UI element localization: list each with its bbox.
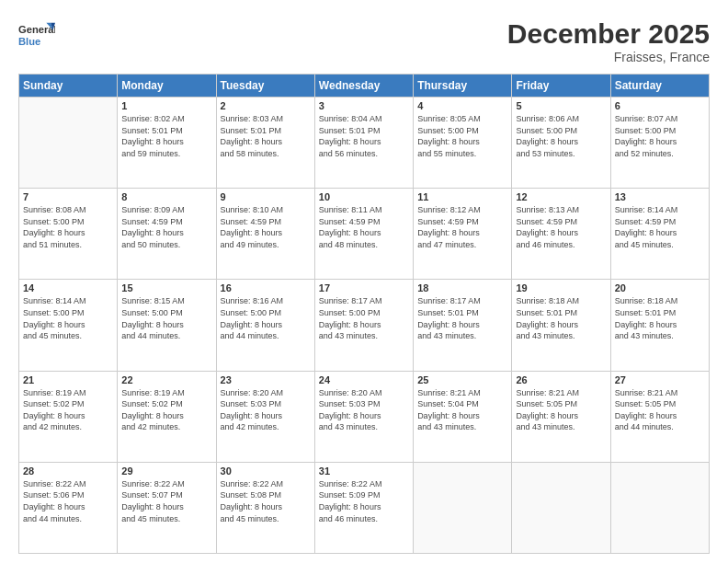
day-number: 15 [121, 282, 211, 293]
calendar-header-monday: Monday [118, 75, 216, 98]
day-info: Sunrise: 8:21 AMSunset: 5:05 PMDaylight:… [615, 387, 705, 433]
calendar-cell: 23Sunrise: 8:20 AMSunset: 5:03 PMDayligh… [216, 371, 314, 462]
day-number: 1 [121, 100, 211, 111]
calendar-cell: 4Sunrise: 8:05 AMSunset: 5:00 PMDaylight… [414, 98, 512, 189]
svg-text:Blue: Blue [18, 36, 40, 47]
day-number: 23 [221, 374, 311, 385]
calendar-cell: 2Sunrise: 8:03 AMSunset: 5:01 PMDaylight… [216, 98, 314, 189]
day-info: Sunrise: 8:19 AMSunset: 5:02 PMDaylight:… [121, 387, 211, 433]
logo: General Blue [18, 18, 55, 51]
day-number: 24 [319, 374, 409, 385]
day-number: 6 [615, 100, 705, 111]
day-info: Sunrise: 8:17 AMSunset: 5:00 PMDaylight:… [319, 295, 409, 341]
calendar-week-4: 21Sunrise: 8:19 AMSunset: 5:02 PMDayligh… [19, 371, 710, 462]
day-info: Sunrise: 8:15 AMSunset: 5:00 PMDaylight:… [121, 295, 211, 341]
calendar-cell: 7Sunrise: 8:08 AMSunset: 5:00 PMDaylight… [19, 189, 118, 280]
calendar-cell: 30Sunrise: 8:22 AMSunset: 5:08 PMDayligh… [216, 462, 314, 553]
calendar-cell: 21Sunrise: 8:19 AMSunset: 5:02 PMDayligh… [19, 371, 118, 462]
calendar-cell: 6Sunrise: 8:07 AMSunset: 5:00 PMDaylight… [610, 98, 709, 189]
calendar-cell: 18Sunrise: 8:17 AMSunset: 5:01 PMDayligh… [414, 280, 512, 371]
calendar-cell: 8Sunrise: 8:09 AMSunset: 4:59 PMDaylight… [118, 189, 216, 280]
month-title: December 2025 [507, 18, 710, 50]
calendar-header-thursday: Thursday [414, 75, 512, 98]
calendar-cell: 1Sunrise: 8:02 AMSunset: 5:01 PMDaylight… [118, 98, 216, 189]
day-number: 22 [121, 374, 211, 385]
day-info: Sunrise: 8:14 AMSunset: 5:00 PMDaylight:… [23, 295, 113, 341]
day-info: Sunrise: 8:17 AMSunset: 5:01 PMDaylight:… [417, 295, 507, 341]
calendar-cell: 3Sunrise: 8:04 AMSunset: 5:01 PMDaylight… [314, 98, 413, 189]
day-info: Sunrise: 8:05 AMSunset: 5:00 PMDaylight:… [417, 113, 507, 159]
calendar-cell: 22Sunrise: 8:19 AMSunset: 5:02 PMDayligh… [118, 371, 216, 462]
day-info: Sunrise: 8:04 AMSunset: 5:01 PMDaylight:… [319, 113, 409, 159]
day-info: Sunrise: 8:22 AMSunset: 5:09 PMDaylight:… [319, 478, 409, 524]
calendar-cell [610, 462, 709, 553]
day-info: Sunrise: 8:19 AMSunset: 5:02 PMDaylight:… [23, 387, 113, 433]
day-number: 21 [23, 374, 113, 385]
day-info: Sunrise: 8:16 AMSunset: 5:00 PMDaylight:… [221, 295, 311, 341]
day-info: Sunrise: 8:21 AMSunset: 5:05 PMDaylight:… [516, 387, 606, 433]
day-number: 31 [319, 465, 409, 477]
day-number: 11 [417, 191, 507, 202]
day-number: 9 [221, 191, 311, 202]
calendar-cell [19, 98, 118, 189]
calendar-cell [512, 462, 610, 553]
day-info: Sunrise: 8:20 AMSunset: 5:03 PMDaylight:… [221, 387, 311, 433]
title-section: December 2025 Fraisses, France [507, 18, 710, 64]
calendar-cell: 24Sunrise: 8:20 AMSunset: 5:03 PMDayligh… [314, 371, 413, 462]
calendar-cell: 16Sunrise: 8:16 AMSunset: 5:00 PMDayligh… [216, 280, 314, 371]
day-number: 18 [417, 282, 507, 293]
calendar-table: SundayMondayTuesdayWednesdayThursdayFrid… [18, 74, 710, 554]
location: Fraisses, France [507, 50, 710, 64]
day-number: 17 [319, 282, 409, 293]
day-info: Sunrise: 8:14 AMSunset: 4:59 PMDaylight:… [615, 204, 705, 250]
day-number: 20 [615, 282, 705, 293]
day-number: 14 [23, 282, 113, 293]
calendar-week-5: 28Sunrise: 8:22 AMSunset: 5:06 PMDayligh… [19, 462, 710, 553]
calendar-cell: 27Sunrise: 8:21 AMSunset: 5:05 PMDayligh… [610, 371, 709, 462]
day-info: Sunrise: 8:21 AMSunset: 5:04 PMDaylight:… [417, 387, 507, 433]
page: General Blue December 2025 Fraisses, Fra… [0, 0, 728, 563]
calendar-week-2: 7Sunrise: 8:08 AMSunset: 5:00 PMDaylight… [19, 189, 710, 280]
calendar-cell: 17Sunrise: 8:17 AMSunset: 5:00 PMDayligh… [314, 280, 413, 371]
calendar-cell: 11Sunrise: 8:12 AMSunset: 4:59 PMDayligh… [414, 189, 512, 280]
calendar-cell: 5Sunrise: 8:06 AMSunset: 5:00 PMDaylight… [512, 98, 610, 189]
calendar-header-wednesday: Wednesday [314, 75, 413, 98]
day-info: Sunrise: 8:10 AMSunset: 4:59 PMDaylight:… [221, 204, 311, 250]
day-number: 4 [417, 100, 507, 111]
day-number: 13 [615, 191, 705, 202]
day-info: Sunrise: 8:07 AMSunset: 5:00 PMDaylight:… [615, 113, 705, 159]
calendar-header-tuesday: Tuesday [216, 75, 314, 98]
day-number: 27 [615, 374, 705, 385]
day-number: 8 [121, 191, 211, 202]
day-number: 19 [516, 282, 606, 293]
day-number: 7 [23, 191, 113, 202]
day-info: Sunrise: 8:11 AMSunset: 4:59 PMDaylight:… [319, 204, 409, 250]
calendar-cell: 26Sunrise: 8:21 AMSunset: 5:05 PMDayligh… [512, 371, 610, 462]
logo-icon: General Blue [18, 18, 55, 51]
calendar-cell: 10Sunrise: 8:11 AMSunset: 4:59 PMDayligh… [314, 189, 413, 280]
day-info: Sunrise: 8:22 AMSunset: 5:06 PMDaylight:… [23, 478, 113, 524]
day-number: 2 [221, 100, 311, 111]
day-info: Sunrise: 8:20 AMSunset: 5:03 PMDaylight:… [319, 387, 409, 433]
calendar-week-1: 1Sunrise: 8:02 AMSunset: 5:01 PMDaylight… [19, 98, 710, 189]
calendar-cell: 9Sunrise: 8:10 AMSunset: 4:59 PMDaylight… [216, 189, 314, 280]
calendar-cell: 28Sunrise: 8:22 AMSunset: 5:06 PMDayligh… [19, 462, 118, 553]
calendar-cell: 14Sunrise: 8:14 AMSunset: 5:00 PMDayligh… [19, 280, 118, 371]
header: General Blue December 2025 Fraisses, Fra… [18, 18, 710, 64]
calendar-header-friday: Friday [512, 75, 610, 98]
day-info: Sunrise: 8:06 AMSunset: 5:00 PMDaylight:… [516, 113, 606, 159]
day-info: Sunrise: 8:08 AMSunset: 5:00 PMDaylight:… [23, 204, 113, 250]
day-info: Sunrise: 8:22 AMSunset: 5:08 PMDaylight:… [221, 478, 311, 524]
calendar-header-saturday: Saturday [610, 75, 709, 98]
calendar-cell: 25Sunrise: 8:21 AMSunset: 5:04 PMDayligh… [414, 371, 512, 462]
calendar-cell: 20Sunrise: 8:18 AMSunset: 5:01 PMDayligh… [610, 280, 709, 371]
day-number: 12 [516, 191, 606, 202]
day-info: Sunrise: 8:03 AMSunset: 5:01 PMDaylight:… [221, 113, 311, 159]
day-info: Sunrise: 8:12 AMSunset: 4:59 PMDaylight:… [417, 204, 507, 250]
calendar-cell [414, 462, 512, 553]
day-info: Sunrise: 8:02 AMSunset: 5:01 PMDaylight:… [121, 113, 211, 159]
day-info: Sunrise: 8:22 AMSunset: 5:07 PMDaylight:… [121, 478, 211, 524]
calendar-cell: 13Sunrise: 8:14 AMSunset: 4:59 PMDayligh… [610, 189, 709, 280]
day-info: Sunrise: 8:18 AMSunset: 5:01 PMDaylight:… [516, 295, 606, 341]
day-number: 16 [221, 282, 311, 293]
